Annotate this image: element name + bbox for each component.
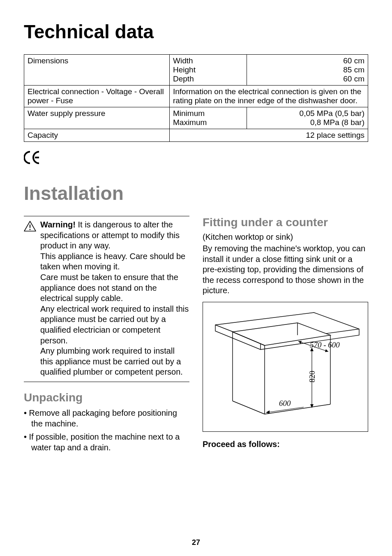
table-row: Dimensions Width Height Depth 60 cm 85 c…	[24, 55, 368, 86]
pressure-max-value: 0,8 MPa (8 bar)	[310, 118, 364, 127]
svg-marker-18	[266, 410, 270, 414]
counter-diagram: 570 - 600 820 600	[203, 302, 368, 432]
table-row: Electrical connection - Voltage - Overal…	[24, 86, 368, 107]
cell-pressure-props: Minimum Maximum	[170, 107, 247, 129]
cell-electrical-label: Electrical connection - Voltage - Overal…	[24, 86, 170, 107]
heading-technical-data: Technical data	[24, 21, 368, 43]
cell-pressure-values: 0,05 MPa (0,5 bar) 0,8 MPa (8 bar)	[247, 107, 368, 129]
fitting-subhead: (Kitchen worktop or sink)	[203, 232, 368, 242]
heading-fitting: Fitting under a counter	[203, 216, 368, 229]
dim-height-label: Height	[173, 65, 196, 74]
cell-dimensions-props: Width Height Depth	[170, 55, 247, 86]
cell-pressure-label: Water supply pressure	[24, 107, 170, 129]
cell-capacity-value: 12 place settings	[170, 129, 368, 142]
svg-marker-14	[325, 349, 328, 352]
ce-mark-icon	[24, 151, 368, 167]
fitting-paragraph: By removing the machine's worktop, you c…	[203, 243, 368, 296]
pressure-max-label: Maximum	[173, 118, 207, 127]
spec-table: Dimensions Width Height Depth 60 cm 85 c…	[24, 54, 368, 142]
list-item: If possible, position the machine next t…	[24, 431, 189, 453]
table-row: Capacity 12 place settings	[24, 129, 368, 142]
warning-p5: Any plumbing work required to install th…	[40, 346, 183, 376]
pressure-min-value: 0,05 MPa (0,5 bar)	[300, 109, 364, 118]
dim-depth-label: Depth	[173, 74, 194, 83]
svg-line-11	[265, 404, 330, 414]
svg-point-2	[30, 229, 31, 230]
warning-icon	[24, 220, 36, 378]
dim-width-label: Width	[173, 56, 193, 65]
warning-lead: Warning!	[40, 220, 76, 229]
proceed-label: Proceed as follows:	[203, 439, 368, 450]
heading-unpacking: Unpacking	[24, 391, 189, 404]
cell-capacity-label: Capacity	[24, 129, 170, 142]
pressure-min-label: Minimum	[173, 109, 205, 118]
dim-depth-value: 60 cm	[343, 74, 364, 83]
page-number: 27	[0, 538, 392, 547]
table-row: Water supply pressure Minimum Maximum 0,…	[24, 107, 368, 129]
list-item: Remove all packaging before positioning …	[24, 408, 189, 429]
warning-box: Warning! It is dangerous to alter the sp…	[24, 216, 189, 382]
heading-installation: Installation	[24, 182, 368, 204]
svg-line-10	[233, 401, 265, 414]
warning-p3: Care must be taken to ensure that the ap…	[40, 273, 178, 303]
cell-dimensions-label: Dimensions	[24, 55, 170, 86]
dim-width-value: 60 cm	[343, 56, 364, 65]
cell-dimensions-values: 60 cm 85 cm 60 cm	[247, 55, 368, 86]
cell-electrical-info: Information on the electrical connection…	[170, 86, 368, 107]
diagram-dim-depth: 600	[279, 399, 291, 408]
dim-height-value: 85 cm	[343, 65, 364, 74]
diagram-dim-height: 820	[308, 371, 316, 382]
diagram-dim-width: 570 - 600	[310, 341, 340, 349]
warning-p2: This appliance is heavy. Care should be …	[40, 252, 185, 271]
unpacking-list: Remove all packaging before positioning …	[24, 408, 189, 453]
warning-p4: Any electrical work required to install …	[40, 304, 189, 345]
